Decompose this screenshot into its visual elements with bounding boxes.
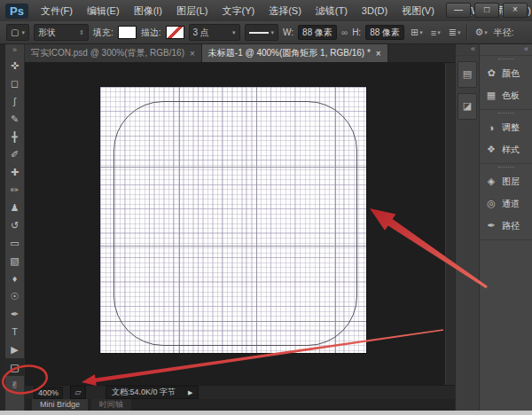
close-icon[interactable]: × (190, 49, 195, 59)
width-label: W: (283, 27, 293, 37)
menu-file[interactable]: 文件(F) (34, 0, 80, 21)
fill-swatch[interactable] (118, 26, 137, 39)
tools-panel: » ✜ ◻ ʃ ✎ ╋ ✐ ✚ ✏ ♟ ↺ ▭ ▧ ♦ ☉ ✒ T ▶ ▢ ✌ (5, 44, 25, 411)
chevron-down-icon: ▾ (484, 29, 488, 36)
chevron-down-icon: ▾ (271, 29, 275, 36)
stroke-type-select[interactable]: ▾ (245, 24, 279, 41)
vertical-scrollbar[interactable] (445, 63, 455, 385)
blur-tool[interactable]: ♦ (5, 270, 24, 287)
panel-label: 图层 (502, 176, 520, 188)
status-bar: 400% ▱ 文档:54.0K/0 字节 ▶ (25, 385, 455, 399)
crop-tool[interactable]: ╋ (5, 128, 24, 145)
panel-group: ◑ 调整 ❖ 样式 (480, 113, 532, 164)
panel-label: 通道 (502, 198, 520, 210)
panel-button-paths[interactable]: ✒ 路径 (480, 215, 532, 237)
panel-button-layers[interactable]: ◈ 图层 (480, 170, 532, 192)
canvas[interactable] (100, 87, 366, 353)
geometry-settings-button[interactable]: ⚙ ▾ (473, 27, 489, 38)
window-controls: — □ × (446, 3, 528, 18)
menu-layer[interactable]: 图层(L) (169, 0, 215, 21)
stroke-width-select[interactable]: 3 点 ▾ (189, 24, 240, 41)
chevron-down-icon: ▾ (458, 29, 461, 36)
height-label: H: (352, 27, 361, 37)
path-arrangement-button[interactable]: ≣ ▾ (447, 27, 463, 38)
menu-type[interactable]: 文字(Y) (215, 0, 262, 21)
path-selection-tool[interactable]: ▶ (5, 341, 24, 358)
stroke-width-value: 3 点 (193, 27, 209, 39)
rounded-rectangle-shape[interactable] (113, 101, 357, 346)
path-alignment-button[interactable]: ≡ ▾ (429, 27, 442, 38)
panel-group: ✿ 颜色 ▦ 色板 (480, 59, 532, 110)
drag-handle[interactable] (498, 113, 514, 115)
dodge-tool[interactable]: ☉ (5, 287, 24, 305)
shape-height-field[interactable]: 88 像素 (365, 25, 404, 40)
close-button[interactable]: × (503, 3, 528, 18)
drag-handle[interactable] (498, 59, 514, 61)
stroke-line-preview (249, 32, 269, 34)
dock-collapse-button[interactable]: « (456, 44, 479, 56)
rounded-rectangle-tool[interactable]: ▢ (5, 358, 24, 376)
tool-preset-picker[interactable]: ▢ ▾ (6, 24, 29, 41)
menu-edit[interactable]: 编辑(E) (80, 0, 127, 21)
tab-timeline[interactable]: 时间轴 (91, 399, 131, 411)
eyedropper-tool[interactable]: ✐ (5, 145, 24, 163)
updown-caret-icon: ⇕ (79, 29, 84, 36)
menu-view[interactable]: 视图(V) (395, 0, 442, 21)
history-panel-icon[interactable]: ▤ (458, 61, 477, 88)
status-popup-icon[interactable]: ▶ (188, 387, 192, 398)
panel-button-color[interactable]: ✿ 颜色 (480, 62, 532, 84)
pen-tool[interactable]: ✒ (5, 305, 24, 323)
shape-width-field[interactable]: 88 像素 (298, 25, 337, 40)
panel-button-swatches[interactable]: ▦ 色板 (480, 84, 532, 106)
chevron-down-icon: ▾ (437, 29, 441, 36)
brush-tool[interactable]: ✏ (5, 181, 24, 199)
tool-options-bar: ▢ ▾ 形状 ⇕ 填充: 描边: 3 点 ▾ ▾ W: 88 像素 ∞ H: 8… (0, 21, 532, 44)
document-tab-title: 写实ICON.psd @ 300%(背景, RGB/16) (31, 47, 184, 59)
clone-stamp-tool[interactable]: ♟ (5, 199, 24, 216)
quick-selection-tool[interactable]: ✎ (5, 110, 24, 128)
maximize-button[interactable]: □ (474, 3, 499, 18)
menu-filter[interactable]: 滤镜(T) (309, 0, 355, 21)
document-tab-inactive[interactable]: 写实ICON.psd @ 300%(背景, RGB/16) × (25, 44, 202, 62)
type-tool[interactable]: T (5, 323, 24, 341)
document-tab-active[interactable]: 未标题-1 @ 400%(圆角矩形 1, RGB/16) * × (202, 44, 388, 62)
zoom-level-field[interactable]: 400% (34, 387, 63, 399)
panel-label: 调整 (502, 121, 520, 134)
chevron-down-icon: ▾ (21, 29, 25, 36)
move-tool[interactable]: ✜ (5, 57, 24, 74)
toolbar-collapse-icon[interactable]: » (5, 44, 24, 57)
tool-mode-value: 形状 (38, 27, 56, 39)
rectangular-marquee-tool[interactable]: ◻ (5, 74, 24, 92)
menu-3d[interactable]: 3D(D) (355, 0, 395, 21)
panel-button-channels[interactable]: ◎ 通道 (480, 192, 532, 215)
properties-panel-icon[interactable]: ◪ (458, 93, 477, 120)
lasso-tool[interactable]: ʃ (5, 92, 24, 110)
eraser-tool[interactable]: ▭ (5, 234, 24, 252)
hand-tool[interactable]: ✌ (5, 376, 24, 394)
reveal-in-bridge-button[interactable]: ▱ (70, 386, 86, 399)
gradient-tool[interactable]: ▧ (5, 252, 24, 270)
tool-mode-select[interactable]: 形状 ⇕ (34, 24, 89, 41)
minimize-button[interactable]: — (446, 3, 471, 18)
panel-label: 色板 (502, 90, 520, 102)
panel-label: 路径 (502, 220, 520, 232)
close-icon[interactable]: × (376, 49, 381, 59)
link-dimensions-icon[interactable]: ∞ (341, 27, 348, 37)
drag-handle[interactable] (498, 167, 514, 169)
document-info[interactable]: 文档:54.0K/0 字节 ▶ (106, 386, 199, 399)
document-tab-bar: 写实ICON.psd @ 300%(背景, RGB/16) × 未标题-1 @ … (25, 44, 455, 63)
dock-collapse-button[interactable]: « (480, 44, 532, 56)
menu-image[interactable]: 图像(I) (127, 0, 169, 21)
path-alignment-icon: ≡ (431, 27, 436, 38)
history-brush-tool[interactable]: ↺ (5, 216, 24, 234)
healing-brush-tool[interactable]: ✚ (5, 163, 24, 181)
rounded-rectangle-icon: ▢ (11, 27, 19, 37)
path-operations-button[interactable]: ⊞ ▾ (409, 27, 425, 38)
tab-mini-bridge[interactable]: Mini Bridge (32, 399, 88, 411)
panel-button-adjustments[interactable]: ◑ 调整 (480, 116, 532, 138)
swatches-panel-icon: ▦ (485, 90, 497, 101)
styles-panel-icon: ❖ (485, 144, 497, 155)
panel-button-styles[interactable]: ❖ 样式 (480, 138, 532, 161)
menu-select[interactable]: 选择(S) (262, 0, 309, 21)
stroke-swatch[interactable] (166, 26, 184, 39)
